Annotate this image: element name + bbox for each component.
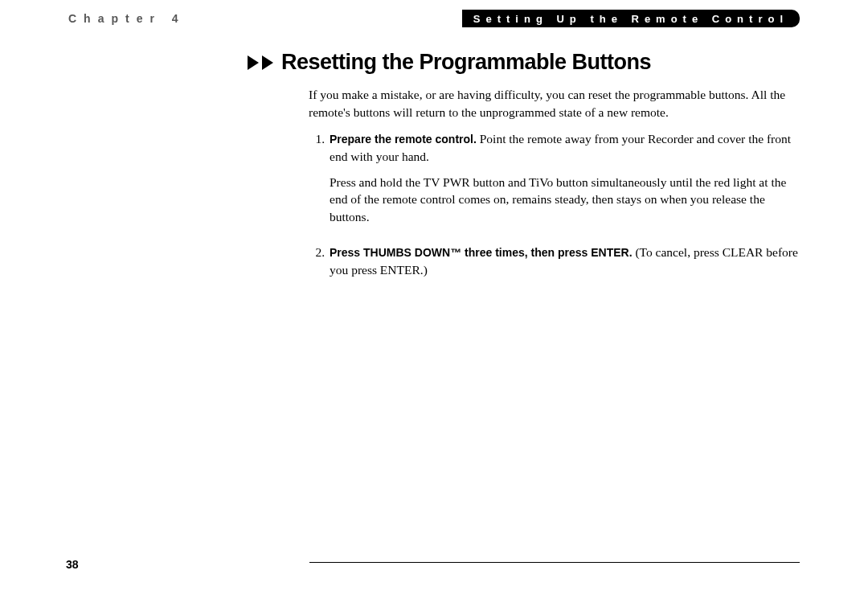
triangle-right-icon (262, 55, 273, 70)
document-page: Chapter 4 Setting Up the Remote Control … (0, 0, 868, 603)
step-bold-lead: Prepare the remote control. (330, 133, 477, 146)
step-body: Prepare the remote control. Point the re… (330, 130, 800, 233)
step-item: 2. Press THUMBS DOWN™ three times, then … (309, 244, 800, 286)
section-heading: Resetting the Programmable Buttons (281, 50, 651, 75)
triangle-right-icon (248, 55, 259, 70)
section-title: Setting Up the Remote Control (473, 13, 788, 25)
heading-row: Resetting the Programmable Buttons (248, 50, 800, 75)
main-content: Resetting the Programmable Buttons If yo… (249, 50, 800, 296)
step-body: Press THUMBS DOWN™ three times, then pre… (330, 244, 800, 286)
step-paragraph: Prepare the remote control. Point the re… (330, 130, 800, 165)
chapter-label: Chapter 4 (68, 12, 186, 25)
step-bold-lead: Press THUMBS DOWN™ three times, then pre… (330, 246, 633, 259)
step-paragraph: Press and hold the TV PWR button and TiV… (330, 174, 800, 226)
section-title-bar: Setting Up the Remote Control (462, 10, 800, 27)
steps-list: 1. Prepare the remote control. Point the… (309, 130, 800, 286)
step-item: 1. Prepare the remote control. Point the… (309, 130, 800, 233)
page-footer: 38 (66, 558, 800, 571)
page-number: 38 (66, 558, 79, 571)
step-number: 2. (309, 244, 325, 286)
intro-paragraph: If you make a mistake, or are having dif… (309, 86, 800, 121)
step-paragraph: Press THUMBS DOWN™ three times, then pre… (330, 244, 800, 278)
page-header: Chapter 4 Setting Up the Remote Control (68, 8, 800, 29)
step-number: 1. (309, 130, 325, 233)
